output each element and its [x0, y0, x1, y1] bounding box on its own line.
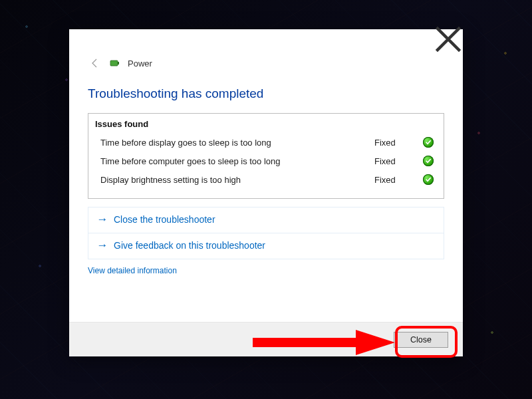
troubleshooter-dialog: Power Troubleshooting has completed Issu… [69, 29, 463, 356]
dialog-header: Power [69, 29, 463, 70]
arrow-right-icon: → [96, 213, 108, 226]
issue-tick [421, 137, 436, 148]
issue-row: Time before computer goes to sleep is to… [88, 152, 444, 170]
close-troubleshooter-link[interactable]: → Close the troubleshooter [88, 207, 444, 233]
view-detailed-information-link[interactable]: View detailed information [88, 266, 444, 275]
dialog-footer: Close [69, 322, 463, 356]
svg-rect-0 [110, 61, 118, 66]
window-close-button[interactable] [434, 29, 463, 49]
issue-status: Fixed [374, 138, 421, 148]
issue-row: Display brightness setting is too high F… [88, 170, 444, 189]
close-icon [434, 25, 463, 54]
checkmark-icon [423, 156, 434, 166]
issues-found-header: Issues found [88, 118, 444, 133]
issue-description: Display brightness setting is too high [100, 175, 374, 185]
dialog-title: Troubleshooting has completed [69, 70, 463, 109]
issue-status: Fixed [374, 156, 421, 166]
back-arrow-icon [90, 58, 100, 68]
issue-description: Time before display goes to sleep is too… [100, 138, 374, 148]
arrow-right-icon: → [96, 239, 108, 252]
issue-row: Time before display goes to sleep is too… [88, 133, 444, 152]
checkmark-icon [423, 137, 434, 148]
checkmark-icon [423, 174, 434, 185]
power-category-icon [109, 57, 121, 69]
option-label: Give feedback on this troubleshooter [114, 240, 265, 251]
svg-rect-1 [118, 62, 119, 65]
back-button[interactable] [88, 56, 102, 70]
category-label: Power [128, 59, 152, 68]
issues-found-box: Issues found Time before display goes to… [88, 113, 444, 199]
issue-status: Fixed [374, 175, 421, 185]
option-label: Close the troubleshooter [114, 214, 215, 225]
issue-tick [421, 156, 436, 166]
issue-description: Time before computer goes to sleep is to… [100, 156, 374, 166]
issue-tick [421, 174, 436, 185]
give-feedback-link[interactable]: → Give feedback on this troubleshooter [88, 233, 444, 259]
close-button[interactable]: Close [394, 332, 448, 348]
